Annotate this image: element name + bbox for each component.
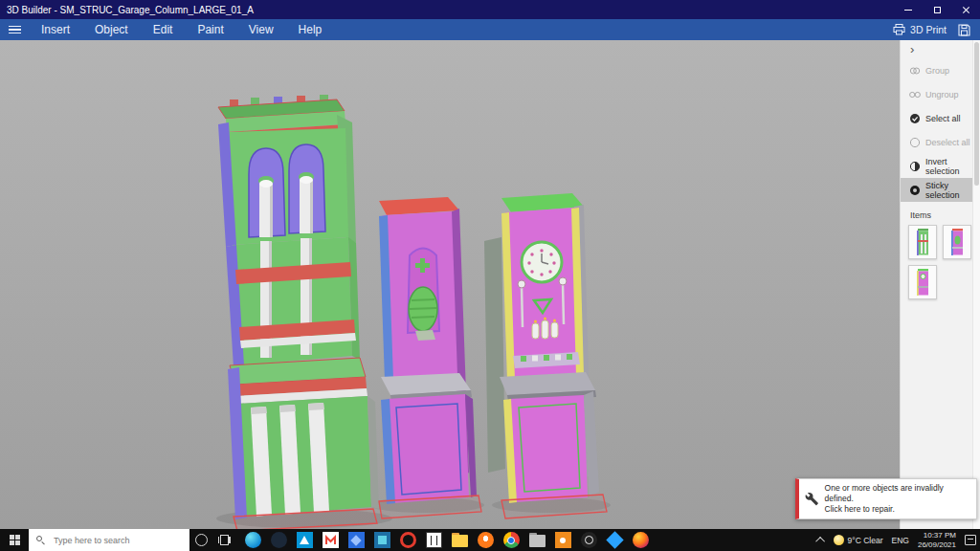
select-all-icon — [909, 113, 921, 124]
minimize-icon — [904, 10, 912, 11]
collapse-panel-button[interactable]: › — [901, 40, 980, 58]
notification-text: One or more objects are invalidly define… — [825, 483, 970, 515]
menu-insert[interactable]: Insert — [29, 20, 82, 39]
weather-widget[interactable]: 9°C Clear — [834, 535, 883, 545]
items-header: Items — [901, 202, 980, 225]
menubar: Insert Object Edit Paint View Help 3D Pr… — [0, 19, 980, 40]
nitro-icon[interactable] — [553, 531, 572, 550]
model-garage-column-magenta[interactable] — [484, 193, 607, 518]
taskbar-search[interactable] — [29, 529, 189, 551]
sticky-selection-icon — [909, 185, 921, 196]
chrome-icon[interactable] — [501, 531, 521, 550]
weather-icon — [834, 535, 844, 545]
minimize-button[interactable] — [894, 0, 923, 19]
save-button[interactable] — [958, 24, 970, 36]
green-column-preview — [911, 228, 934, 256]
menubar-right: 3D Print — [893, 24, 980, 36]
menu-object[interactable]: Object — [82, 20, 141, 39]
pinned-apps — [243, 531, 650, 550]
3d-scene — [0, 40, 900, 529]
3d-print-button[interactable]: 3D Print — [893, 24, 947, 35]
ungroup-label: Ungroup — [925, 90, 959, 99]
steam-icon[interactable] — [269, 531, 288, 550]
menu-paint[interactable]: Paint — [185, 20, 235, 39]
item-thumbnail-pink-column[interactable] — [943, 225, 971, 259]
autodesk-icon[interactable] — [295, 531, 314, 550]
quixel-icon[interactable] — [605, 531, 624, 550]
item-thumbnail-magenta-column[interactable] — [908, 265, 937, 299]
search-input[interactable] — [52, 535, 167, 546]
edge-icon[interactable] — [243, 531, 262, 550]
file-explorer-icon[interactable] — [450, 531, 469, 550]
select-all-button[interactable]: Select all — [901, 106, 972, 130]
deselect-all-button[interactable]: Deselect all — [901, 130, 972, 154]
unity-icon[interactable] — [579, 531, 598, 550]
ungroup-icon — [909, 89, 921, 100]
group-button[interactable]: Group — [901, 58, 972, 82]
sticky-selection-label: Sticky selection — [925, 181, 972, 200]
item-thumbnail-green-column[interactable] — [908, 225, 937, 259]
notification-line2: Click here to repair. — [825, 504, 970, 515]
ungroup-button[interactable]: Ungroup — [901, 82, 972, 106]
windows-logo-icon — [10, 535, 20, 545]
panel-scrollbar[interactable] — [972, 40, 980, 529]
system-tray: 9°C Clear ENG 10:37 PM 26/09/2021 — [818, 531, 980, 549]
workspace: › Group Ungroup Sele — [0, 40, 980, 529]
gmail-icon[interactable] — [321, 531, 340, 550]
magenta-column-preview — [911, 268, 934, 297]
3d-print-label: 3D Print — [910, 24, 947, 35]
invert-selection-label: Invert selection — [925, 157, 972, 176]
repair-notification[interactable]: One or more objects are invalidly define… — [795, 478, 977, 519]
language-indicator[interactable]: ENG — [892, 536, 909, 545]
3d-viewport[interactable] — [0, 40, 900, 529]
invert-selection-button[interactable]: Invert selection — [901, 154, 972, 178]
photos-icon[interactable] — [346, 531, 366, 550]
hamburger-menu-icon[interactable] — [0, 26, 29, 34]
weather-label: 9°C Clear — [848, 536, 883, 545]
menu-edit[interactable]: Edit — [141, 20, 186, 39]
titlebar: 3D Builder - SM_STRUC_Garage_Column_LARG… — [0, 0, 980, 19]
panel-scrollbar-thumb[interactable] — [974, 42, 979, 186]
cortana-button[interactable] — [189, 529, 212, 551]
task-view-button[interactable] — [212, 529, 235, 551]
deselect-all-label: Deselect all — [925, 138, 970, 147]
printer-icon — [893, 24, 905, 35]
hidden-icons-chevron[interactable] — [815, 537, 825, 546]
save-icon — [958, 24, 970, 36]
invert-selection-icon — [909, 161, 921, 172]
notion-icon[interactable] — [424, 531, 443, 550]
window-controls — [894, 0, 980, 19]
select-all-label: Select all — [925, 114, 961, 123]
model-garage-column-large-green[interactable] — [218, 95, 379, 529]
firefox-icon[interactable] — [631, 531, 650, 550]
deselect-all-icon — [909, 137, 921, 148]
maximize-button[interactable] — [923, 0, 951, 19]
model-garage-column-pink[interactable] — [379, 197, 481, 518]
archive-folder-icon[interactable] — [527, 531, 546, 550]
3ds-max-icon[interactable] — [372, 531, 391, 550]
group-label: Group — [925, 66, 949, 76]
blender-icon[interactable] — [476, 531, 495, 550]
pink-column-preview — [946, 228, 969, 256]
taskbar: 9°C Clear ENG 10:37 PM 26/09/2021 — [0, 529, 980, 551]
items-list — [901, 225, 977, 299]
action-center-icon[interactable] — [965, 535, 976, 545]
task-view-icon — [218, 535, 231, 545]
clock-date: 26/09/2021 — [918, 540, 956, 550]
close-button[interactable] — [951, 0, 980, 19]
opera-icon[interactable] — [398, 531, 417, 550]
window-title: 3D Builder - SM_STRUC_Garage_Column_LARG… — [7, 5, 254, 15]
sticky-selection-button[interactable]: Sticky selection — [901, 178, 972, 202]
clock-time: 10:37 PM — [918, 531, 956, 540]
menu-view[interactable]: View — [236, 20, 286, 39]
search-icon — [36, 536, 46, 545]
start-button[interactable] — [0, 529, 29, 551]
desktop: 3D Builder - SM_STRUC_Garage_Column_LARG… — [0, 0, 980, 551]
notification-line1: One or more objects are invalidly define… — [825, 483, 970, 504]
cortana-icon — [195, 534, 208, 546]
wrench-icon — [805, 492, 819, 506]
close-icon — [962, 6, 970, 14]
menu-help[interactable]: Help — [286, 20, 335, 39]
taskbar-clock[interactable]: 10:37 PM 26/09/2021 — [918, 531, 956, 549]
group-icon — [909, 65, 921, 77]
